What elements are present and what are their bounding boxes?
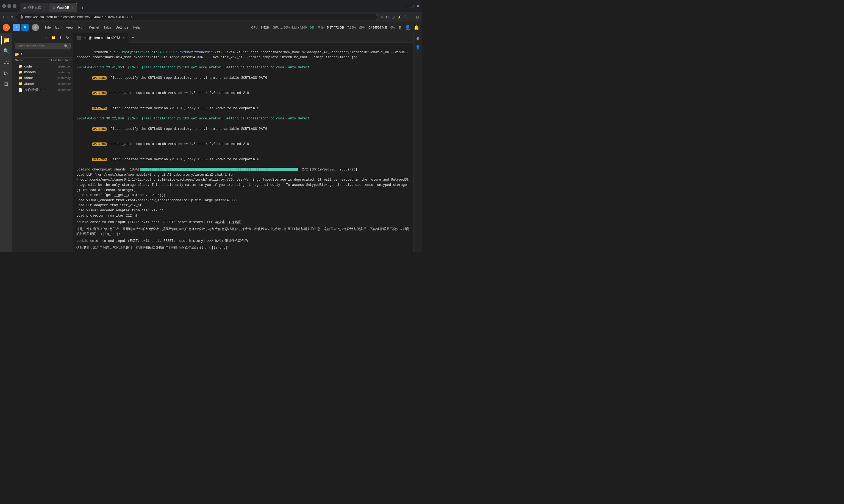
minimize-window-icon[interactable]: ─ (405, 4, 408, 8)
extensions-icon[interactable]: ⚡ (397, 15, 402, 19)
search-icon: 🔍 (64, 44, 68, 48)
list-item[interactable]: 📄 操作步骤.md yesterday (13, 87, 73, 93)
refresh-sidebar-icon[interactable]: ↻ (65, 35, 71, 41)
split-icon[interactable]: ⊟ (392, 15, 395, 19)
gpu-value: 0% (310, 26, 314, 29)
extra-logo: ◎ (32, 24, 39, 31)
term-line: Load visual_encoder from /root/share/new… (76, 198, 410, 203)
user-icon[interactable]: 👤 (405, 25, 411, 30)
col-name-header[interactable]: Name (15, 58, 49, 62)
folder-icon-xtuner: 📁 (18, 82, 22, 86)
term-line: [2024-04-17 13:29:41,053] [INFO] [real_a… (76, 65, 410, 70)
upload-icon[interactable]: ⬆ (398, 25, 402, 30)
memory-label: 内存 (317, 25, 324, 29)
term-line: 这是一件时尚百搭的红色卫衣，采用时尚大气的红色设计，搭配经典时尚的白色条纹设计，… (76, 227, 410, 237)
terminal-icon: ⬛ (77, 36, 81, 40)
window-controls (2, 4, 16, 8)
minimize-btn[interactable] (2, 4, 6, 8)
term-prompt-1: (xtuner0.1.17) (92, 51, 122, 54)
menu-view[interactable]: View (64, 24, 75, 31)
editor-area: ⬛ root@intern-studio-40073 × + (xtuner0.… (73, 33, 413, 252)
file-date-models: yesterday (57, 71, 71, 74)
term-user-1: root@intern-studio-40073899 (122, 51, 175, 54)
activity-extensions[interactable]: ⊞ (1, 79, 11, 89)
col-modified-header[interactable]: Last Modified (51, 58, 71, 62)
terminal-tab-close[interactable]: × (123, 36, 125, 40)
cloud-tab-close[interactable]: × (44, 6, 46, 9)
file-name-share: share (24, 76, 56, 80)
column-headers: Name ↑ Last Modified (13, 57, 73, 63)
add-editor-tab[interactable]: + (129, 35, 137, 40)
file-date-md: yesterday (57, 88, 71, 91)
back-btn[interactable]: ‹ (3, 15, 4, 19)
new-tab-btn[interactable]: + (79, 4, 86, 12)
url-bar[interactable]: 🔒 https://studio.intern-ai.org.cn/consol… (16, 14, 378, 20)
file-search-input[interactable] (17, 44, 64, 48)
close-btn[interactable] (13, 4, 16, 8)
webide-tab-close[interactable]: × (72, 6, 74, 9)
browser-actions: ─ □ ✕ (405, 3, 420, 8)
term-line: WARNING sparse_attn requires a torch ver… (76, 86, 410, 101)
file-search-box[interactable]: 🔍 (15, 43, 71, 49)
file-name-code: code (24, 64, 56, 68)
activity-git[interactable]: ⎇ (1, 57, 11, 67)
file-date-share: yesterday (57, 76, 71, 79)
terminal-content[interactable]: (xtuner0.1.17) root@intern-studio-400738… (73, 42, 413, 252)
browser-tab-webide[interactable]: ◈ WebIDE × (49, 3, 77, 12)
notification-icon[interactable]: 🔔 (414, 25, 419, 30)
app-bar: ● I ⌘ ◎ File Edit View Run Kernel Tabs S… (0, 22, 422, 33)
menu-file[interactable]: File (44, 24, 52, 31)
term-line: 这款卫衣，采用了时尚大气的红色设计，在肩膀和袖口处搭配了经典时尚的白色条纹设计。… (76, 246, 410, 251)
right-settings-icon[interactable]: ⚙ (415, 35, 421, 42)
menu-help[interactable]: Help (131, 24, 142, 31)
forward-btn[interactable]: › (6, 15, 8, 19)
list-item[interactable]: 📁 xtuner yesterday (13, 81, 73, 87)
gpu-info: GPU-1: 30% Nvidia A100 (273, 26, 307, 29)
file-date-code: yesterday (57, 65, 71, 68)
menu-tabs[interactable]: Tabs (102, 24, 113, 31)
new-folder-icon[interactable]: 📁 (50, 35, 56, 41)
browser-tab-bar: ☁ 我的云盘 × ◈ WebIDE × + (20, 0, 404, 12)
refresh-btn[interactable]: ↻ (10, 15, 14, 19)
upload-file-icon[interactable]: ⬆ (57, 35, 64, 41)
file-tree: 📁 code yesterday 📁 models yesterday 📁 sh… (13, 63, 73, 252)
list-item[interactable]: 📁 models yesterday (13, 69, 73, 75)
menu-run[interactable]: Run (76, 24, 86, 31)
file-date-xtuner: yesterday (57, 82, 71, 85)
lock-icon: 🔒 (20, 15, 24, 19)
close-window-icon[interactable]: ✕ (416, 3, 420, 8)
new-file-icon[interactable]: + (43, 35, 49, 41)
editor-tab-terminal[interactable]: ⬛ root@intern-studio-40073 × (73, 33, 129, 42)
term-line: Loading checkpoint shards: 100%|████████… (76, 167, 410, 173)
term-path-1: :~/xtuner/xtuner0117/ft-llava (175, 51, 233, 54)
list-item[interactable]: 📁 share yesterday (13, 75, 73, 81)
activity-debug[interactable]: ▷ (1, 68, 11, 78)
menu-settings[interactable]: Settings (114, 24, 130, 31)
shield-icon[interactable]: 🛡 (404, 15, 408, 19)
folder-icon-code: 📁 (18, 64, 22, 68)
sidebar-toolbar: + 📁 ⬆ ↻ (13, 33, 73, 42)
activity-search[interactable]: 🔍 (1, 46, 11, 56)
right-user-icon[interactable]: 👤 (415, 44, 421, 51)
cpu-label: CPU (251, 26, 257, 29)
more-icon[interactable]: ⋯ (410, 15, 414, 19)
sidecar-icon[interactable]: ⊡ (416, 15, 419, 19)
menu-edit[interactable]: Edit (54, 24, 63, 31)
list-item[interactable]: 📁 code yesterday (13, 64, 73, 69)
maximize-window-icon[interactable]: □ (411, 4, 413, 8)
browser-tab-cloud[interactable]: ☁ 我的云盘 × (20, 3, 49, 12)
file-name-xtuner: xtuner (24, 82, 56, 86)
activity-bar: 📁 🔍 ⎇ ▷ ⊞ ⚙ (0, 33, 13, 252)
history-icon[interactable]: ⟳ (386, 15, 389, 19)
activity-explorer[interactable]: 📁 (1, 35, 11, 45)
term-line: WARNING Please specify the CUTLASS repo … (76, 70, 410, 86)
root-path[interactable]: 📂 / (13, 51, 73, 57)
terminal-tab-label: root@intern-studio-40073 (83, 36, 120, 40)
folder-icon-share: 📁 (18, 76, 22, 80)
editor-tabs-bar: ⬛ root@intern-studio-40073 × + (73, 33, 413, 42)
memory-value: 5.17 / 72 GB (327, 26, 344, 29)
bookmarks-icon[interactable]: ☆ (380, 15, 384, 19)
url-text[interactable]: https://studio.intern-ai.org.cn/console/… (25, 15, 374, 19)
maximize-btn[interactable] (7, 4, 11, 8)
menu-kernel[interactable]: Kernel (87, 24, 101, 31)
